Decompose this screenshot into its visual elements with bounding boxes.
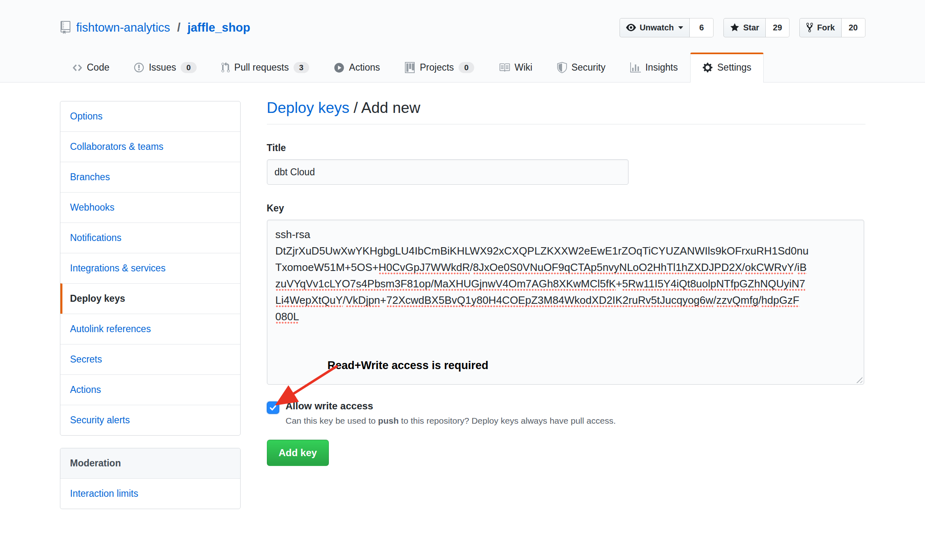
breadcrumb-separator: / (349, 99, 361, 116)
sidebar-item-security-alerts[interactable]: Security alerts (60, 405, 240, 435)
tab-security[interactable]: Security (545, 53, 618, 82)
book-icon (499, 62, 510, 73)
tab-projects[interactable]: Projects0 (392, 53, 487, 82)
fork-button-group: Fork 20 (799, 18, 865, 37)
check-icon (269, 404, 277, 412)
watch-button-group: Unwatch 6 (620, 18, 714, 37)
allow-write-help: Can this key be used to push to this rep… (286, 416, 616, 426)
caret-down-icon (678, 26, 683, 29)
star-button[interactable]: Star (723, 18, 766, 37)
star-icon (730, 23, 739, 32)
tab-label: Actions (349, 62, 380, 73)
repo-tab-bar: CodeIssues0Pull requests3ActionsProjects… (60, 53, 865, 82)
tab-wiki[interactable]: Wiki (487, 53, 544, 82)
allow-write-row: Allow write access Can this key be used … (267, 400, 865, 426)
unwatch-label: Unwatch (640, 23, 674, 32)
tab-code[interactable]: Code (60, 53, 122, 82)
tab-counter: 3 (294, 62, 310, 73)
sidebar-item-collaborators-teams[interactable]: Collaborators & teams (60, 131, 240, 162)
sidebar-item-notifications[interactable]: Notifications (60, 223, 240, 253)
tab-pull-requests[interactable]: Pull requests3 (209, 53, 322, 82)
key-text-line: Li4WepXtQuY/VkDjpn+72XcwdBX5BvQ1y80H4COE… (275, 292, 856, 308)
tab-insights[interactable]: Insights (618, 53, 690, 82)
deploy-key-form: Deploy keys / Add new Title Key ssh-rsaD… (267, 101, 865, 509)
eye-icon (626, 23, 636, 32)
graph-icon (630, 62, 641, 73)
textarea-resize-handle[interactable] (855, 375, 863, 383)
repo-actions: Unwatch 6 Star 29 (620, 18, 865, 37)
moderation-header: Moderation (60, 448, 240, 478)
key-text-line: ssh-rsa (275, 226, 856, 243)
allow-write-label[interactable]: Allow write access (286, 400, 616, 412)
issue-opened-icon (134, 62, 144, 73)
repo-owner-link[interactable]: fishtown-analytics (76, 21, 170, 34)
tab-label: Issues (149, 62, 176, 73)
gear-icon (702, 62, 713, 73)
tab-actions[interactable]: Actions (321, 53, 392, 82)
star-button-group: Star 29 (723, 18, 790, 37)
tab-label: Insights (645, 62, 678, 73)
tab-label: Settings (717, 62, 751, 73)
fork-button[interactable]: Fork (799, 18, 841, 37)
fork-label: Fork (817, 23, 835, 32)
deploy-keys-breadcrumb-link[interactable]: Deploy keys (267, 99, 350, 116)
repo-forked-icon (806, 22, 813, 33)
settings-menu: OptionsCollaborators & teamsBranchesWebh… (60, 101, 241, 436)
tab-label: Projects (420, 62, 454, 73)
key-text-line: DtZjrXuD5UwXwYKHgbgLU4IbCmBiKHLWX92xCXQP… (275, 243, 856, 259)
tab-counter: 0 (459, 62, 475, 73)
sidebar-item-actions[interactable]: Actions (60, 374, 240, 405)
forks-count[interactable]: 20 (842, 18, 865, 37)
key-text: ssh-rsaDtZjrXuD5UwXwYKHgbgLU4IbCmBiKHLWX… (275, 226, 856, 325)
allow-write-checkbox[interactable] (267, 402, 279, 414)
sidebar-item-deploy-keys[interactable]: Deploy keys (60, 283, 240, 314)
repo-separator: / (177, 21, 180, 34)
stargazers-count[interactable]: 29 (766, 18, 790, 37)
key-text-line: 080L (275, 308, 856, 325)
sidebar-item-autolink-references[interactable]: Autolink references (60, 314, 240, 344)
git-pull-request-icon (221, 62, 230, 73)
key-text-line: TxomoeW51M+5OS+H0CvGpJ7WWkdR/8JxOe0S0VNu… (275, 259, 856, 275)
code-icon (72, 62, 83, 73)
title-input[interactable] (267, 159, 629, 185)
breadcrumb-current: Add new (361, 99, 420, 116)
tab-settings[interactable]: Settings (690, 53, 764, 83)
project-board-icon (405, 62, 415, 73)
annotation-text: Read+Write access is required (328, 359, 489, 372)
settings-sidebar: OptionsCollaborators & teamsBranchesWebh… (60, 101, 241, 509)
key-label: Key (267, 203, 865, 214)
tab-label: Wiki (514, 62, 532, 73)
tab-label: Code (87, 62, 110, 73)
watchers-count[interactable]: 6 (690, 18, 714, 37)
key-text-line: zuVYqVv1cLYO7s4Pbsm3F81op/MaXHUGjnwV4Om7… (275, 275, 856, 292)
repo-breadcrumb: fishtown-analytics / jaffle_shop (60, 21, 250, 34)
tab-issues[interactable]: Issues0 (122, 53, 209, 82)
sidebar-item-webhooks[interactable]: Webhooks (60, 192, 240, 223)
sidebar-item-branches[interactable]: Branches (60, 162, 240, 192)
sidebar-item-secrets[interactable]: Secrets (60, 344, 240, 374)
tab-label: Security (572, 62, 606, 73)
star-label: Star (743, 23, 759, 32)
moderation-menu: Moderation Interaction limits (60, 448, 241, 509)
repo-page-header: fishtown-analytics / jaffle_shop Unwatch… (0, 0, 925, 83)
tab-label: Pull requests (234, 62, 289, 73)
sidebar-item-interaction-limits[interactable]: Interaction limits (60, 478, 240, 509)
unwatch-button[interactable]: Unwatch (620, 18, 690, 37)
sidebar-item-integrations-services[interactable]: Integrations & services (60, 253, 240, 283)
repo-book-icon (60, 21, 71, 34)
key-field-wrapper: ssh-rsaDtZjrXuD5UwXwYKHgbgLU4IbCmBiKHLWX… (267, 220, 864, 385)
add-key-button[interactable]: Add key (267, 440, 329, 466)
shield-icon (557, 62, 567, 73)
title-label: Title (267, 142, 865, 154)
sidebar-item-options[interactable]: Options (60, 101, 240, 131)
page-title: Deploy keys / Add new (267, 99, 865, 124)
repo-name-link[interactable]: jaffle_shop (187, 21, 250, 34)
play-circle-icon (334, 62, 344, 73)
tab-counter: 0 (181, 62, 197, 73)
